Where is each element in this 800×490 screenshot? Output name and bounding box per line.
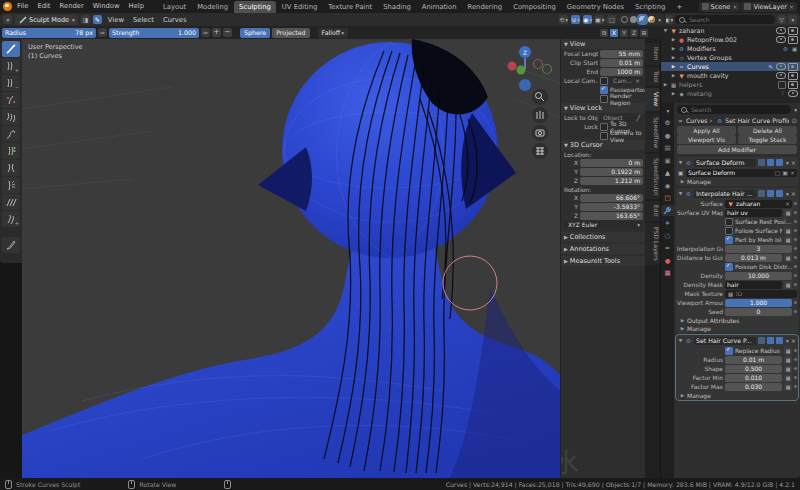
tab-object[interactable]: □ [661,193,674,204]
eye-icon[interactable] [776,36,786,43]
workspace-tab-layout[interactable]: Layout [158,1,191,13]
mirror-x-button[interactable]: X [610,29,618,37]
attribute-toggle-icon[interactable]: ▦ [784,365,792,373]
pin-icon[interactable]: ⊙ [791,117,797,125]
strength-slider[interactable]: Strength 1.000 [109,28,199,38]
tab-material[interactable]: ● [661,255,674,266]
brush-plus-button[interactable]: + [212,28,221,37]
menu-window[interactable]: Window [89,0,124,13]
outliner-row-vertex-groups[interactable]: ▶◇Vertex Groups [661,53,800,62]
add-workspace-button[interactable]: + [671,1,687,13]
attribute-toggle-icon[interactable]: ▦ [784,281,792,289]
viewlayer-unlink-icon[interactable]: × [789,3,794,10]
transform-orientation-icon[interactable]: ⟲ [559,15,568,24]
outliner-row-metarig[interactable]: ▶◆metarig⟟ [661,89,800,98]
menu-help[interactable]: Help [125,0,149,13]
expand-icon[interactable]: ▶ [671,73,676,78]
radius-field[interactable]: 0.01 m [725,356,782,364]
apply-all-button[interactable]: Apply All [677,126,736,135]
cursor-rot-x[interactable]: 66.606° [580,194,643,202]
viewport-vis-button[interactable]: Viewport Vis [677,135,736,144]
breadcrumb-modifier[interactable]: Set Hair Curve Profile [725,117,789,124]
overlays-icon[interactable]: ▣ [595,15,604,24]
tab-tool-properties[interactable]: ⚙ [661,118,674,129]
outliner-filter-icon[interactable]: ▽ [777,15,786,24]
mirror-z-button[interactable]: Z [630,29,638,37]
tab-physics[interactable]: ○ [661,230,674,241]
snap-magnet-icon[interactable]: ∪ [571,15,580,24]
copy-icon[interactable]: ▣ [782,169,788,177]
workspace-tab-compositing[interactable]: Compositing [508,1,561,13]
expand-icon[interactable]: ▶ [671,55,676,60]
tool-puff[interactable] [2,177,20,193]
annotations-section-header[interactable]: ▶Annotations [561,244,646,254]
menu-curves[interactable]: Curves [160,16,190,24]
exclude-checkbox[interactable] [778,81,786,89]
tool-density[interactable] [2,92,20,108]
lock-3d-cursor-checkbox[interactable] [600,123,608,131]
tool-pinch[interactable] [2,160,20,176]
viewport-toggle[interactable] [767,159,774,166]
tab-tool[interactable]: Tool [645,67,660,87]
menu-view[interactable]: View [105,16,127,24]
tool-annotate[interactable] [2,237,20,253]
manage-section[interactable]: ▶Manage [676,177,798,185]
expand-icon[interactable]: ▶ [671,91,676,96]
viewlayer-selector[interactable]: ViewLayer × [741,2,797,12]
mirror-y-button[interactable]: Y [620,29,628,37]
falloff-options-icon[interactable]: ⊞ [640,29,648,37]
attribute-toggle-icon[interactable]: ▦ [784,347,792,355]
texture-browse-icon[interactable]: ▦ [727,290,734,298]
workspace-tab-rendering[interactable]: Rendering [462,1,507,13]
wrench-icon[interactable]: ⚙ [782,46,789,52]
modifier-name[interactable]: Interpolate Hair ... [694,190,756,198]
toggle-stack-button[interactable]: Toggle Stack [738,135,797,144]
menu-file[interactable]: File [13,0,32,13]
attribute-toggle-icon[interactable]: ▦ [784,209,792,217]
tab-scene[interactable]: ▲ [661,168,674,179]
tab-speedsculpt[interactable]: SpeedSculpt [645,154,660,200]
tool-comb[interactable] [2,109,20,125]
sphere-button[interactable]: Sphere [240,28,270,38]
part-by-mesh-islands-checkbox[interactable] [725,236,733,244]
shading-dropdown-icon[interactable] [657,16,661,24]
clip-start-field[interactable]: 0.01 m [600,59,643,67]
density-field[interactable]: 10.000 [725,272,792,280]
factor-min-field[interactable]: 0.010 [725,374,782,382]
brush-minus-button[interactable]: − [223,28,232,37]
replace-radius-checkbox[interactable] [725,347,733,355]
tab-edit[interactable]: Edit [645,201,660,221]
active-tool-icon[interactable]: ✎ [93,15,102,24]
collapse-icon[interactable]: ▼ [678,191,683,196]
outliner-options-icon[interactable] [788,15,797,24]
outliner-row-zaharan[interactable]: ▼▼zaharan [661,26,800,35]
radius-slider[interactable]: Radius 78 px [2,28,96,38]
workspace-tab-scripting[interactable]: Scripting [630,1,670,13]
modifier-name[interactable]: Set Hair Curve P... [694,337,756,345]
camera-icon[interactable] [788,36,798,44]
expand-icon[interactable]: ▶ [663,82,668,87]
tab-texture[interactable]: ▦ [661,268,674,279]
camera-icon[interactable] [788,63,798,71]
wireframe-shading-icon[interactable] [621,16,628,23]
render-toggle[interactable] [776,337,783,344]
unlink-icon[interactable]: × [790,169,795,177]
menu-edit[interactable]: Edit [33,0,54,13]
eye-icon[interactable] [776,63,786,70]
render-toggle[interactable] [776,190,783,197]
scene-selector[interactable]: Scene × [699,2,741,12]
expand-icon[interactable]: ▶ [671,37,676,42]
collapse-icon[interactable]: ▼ [678,160,683,165]
cursor-rot-y[interactable]: -3.5933° [580,203,643,211]
material-preview-icon[interactable] [639,16,646,23]
delete-all-button[interactable]: Delete All [738,126,797,135]
menu-select[interactable]: Select [130,16,157,24]
expand-icon[interactable]: ▶ [671,46,676,51]
tool-grow-shrink[interactable] [2,143,20,159]
clip-end-field[interactable]: 1000 m [600,68,643,76]
workspace-tab-animation[interactable]: Animation [417,1,462,13]
solid-shading-icon[interactable] [630,16,637,23]
attribute-toggle-icon[interactable]: ▦ [784,374,792,382]
rotation-mode-dropdown[interactable]: XYZ Euler [564,221,643,229]
3d-viewport[interactable]: Z User Perspective (1) Curves [22,39,560,478]
